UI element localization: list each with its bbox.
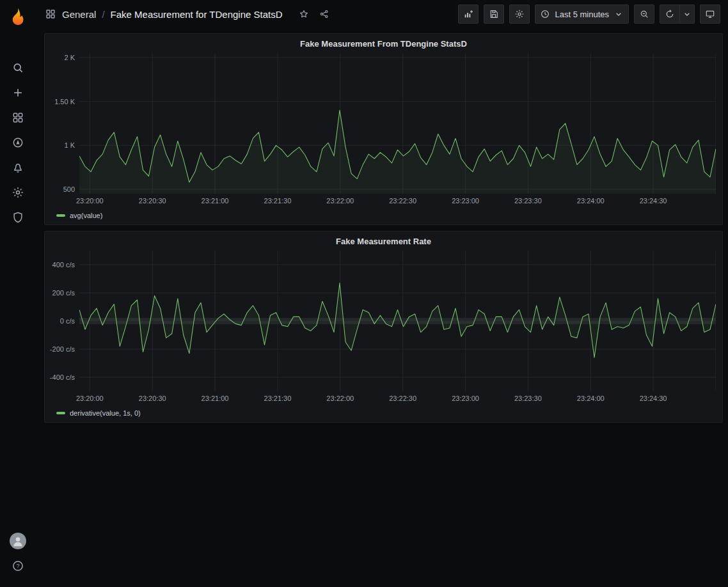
star-dashboard-button[interactable] bbox=[295, 5, 313, 23]
y-tick-label: 200 c/s bbox=[52, 289, 75, 297]
apps-grid-icon bbox=[12, 111, 24, 124]
star-icon bbox=[299, 9, 309, 19]
apps-grid-icon bbox=[45, 8, 56, 20]
refresh-split-button bbox=[660, 4, 695, 24]
x-tick-label: 23:20:00 bbox=[76, 395, 104, 402]
x-tick-label: 23:21:30 bbox=[264, 197, 292, 205]
x-tick-label: 23:24:30 bbox=[640, 197, 667, 205]
x-tick-label: 23:22:00 bbox=[326, 395, 354, 402]
share-dashboard-button[interactable] bbox=[315, 5, 333, 23]
chevron-down-icon bbox=[613, 9, 624, 19]
sidebar-item-server-admin[interactable] bbox=[0, 205, 35, 230]
y-tick-label: -200 c/s bbox=[50, 345, 75, 353]
grafana-flame-icon bbox=[7, 6, 29, 28]
x-tick-label: 23:22:30 bbox=[389, 197, 416, 205]
y-tick-label: 0 c/s bbox=[60, 317, 75, 325]
y-tick-label: 500 bbox=[63, 185, 75, 193]
person-icon bbox=[12, 535, 24, 547]
grafana-logo[interactable] bbox=[7, 6, 29, 28]
main-column: General / Fake Measurement for TDengine … bbox=[35, 0, 728, 587]
x-tick-label: 23:21:30 bbox=[264, 395, 292, 402]
x-axis: 23:20:0023:20:3023:21:0023:21:3023:22:00… bbox=[79, 194, 716, 208]
gear-icon bbox=[514, 9, 525, 19]
x-tick-label: 23:22:00 bbox=[326, 197, 354, 205]
time-series-chart: -400 c/s-200 c/s0 c/s200 c/s400 c/s 23:2… bbox=[51, 251, 716, 405]
save-icon bbox=[489, 9, 499, 19]
zoom-out-button[interactable] bbox=[634, 4, 654, 24]
svg-text:?: ? bbox=[16, 563, 19, 569]
panel-fake-measurement: Fake Measurement From TDengine StatsD 50… bbox=[44, 33, 723, 225]
sidebar-item-search[interactable] bbox=[0, 55, 35, 80]
legend-item[interactable]: derivative(value, 1s, 0) bbox=[56, 409, 141, 417]
x-tick-label: 23:21:00 bbox=[202, 395, 229, 402]
sidebar: ? bbox=[0, 0, 35, 587]
series-color-swatch bbox=[56, 214, 65, 217]
search-icon bbox=[12, 61, 24, 74]
x-axis: 23:20:0023:20:3023:21:0023:21:3023:22:00… bbox=[79, 391, 716, 405]
refresh-icon bbox=[665, 9, 675, 19]
breadcrumb-separator: / bbox=[102, 9, 104, 20]
user-avatar bbox=[10, 533, 26, 549]
x-tick-label: 23:20:30 bbox=[139, 197, 166, 205]
app-root: ? General / Fake Measurement for TDengin… bbox=[0, 0, 728, 587]
legend-item[interactable]: avg(value) bbox=[56, 212, 102, 219]
dashboard-settings-button[interactable] bbox=[509, 4, 530, 24]
top-nav: General / Fake Measurement for TDengine … bbox=[35, 0, 728, 28]
shield-icon bbox=[12, 211, 24, 224]
share-alt-icon bbox=[319, 9, 329, 19]
sidebar-item-create[interactable] bbox=[0, 80, 35, 105]
panel-title[interactable]: Fake Measurement From TDengine StatsD bbox=[51, 34, 716, 53]
sidebar-item-explore[interactable] bbox=[0, 130, 35, 155]
series-color-swatch bbox=[56, 412, 65, 414]
time-range-picker[interactable]: Last 5 minutes bbox=[535, 4, 629, 24]
plot-area[interactable] bbox=[79, 251, 716, 391]
x-tick-label: 23:20:30 bbox=[139, 395, 166, 402]
gear-icon bbox=[12, 186, 24, 199]
sidebar-item-configuration[interactable] bbox=[0, 180, 35, 205]
add-panel-button[interactable] bbox=[458, 4, 479, 24]
x-tick-label: 23:23:30 bbox=[514, 395, 542, 402]
breadcrumb: General / Fake Measurement for TDengine … bbox=[45, 5, 333, 23]
x-tick-label: 23:23:00 bbox=[452, 395, 479, 402]
plot-area[interactable] bbox=[79, 53, 716, 194]
sidebar-item-dashboards[interactable] bbox=[0, 105, 35, 130]
x-tick-label: 23:22:30 bbox=[389, 395, 416, 402]
time-range-label: Last 5 minutes bbox=[555, 10, 609, 19]
x-tick-label: 23:24:00 bbox=[577, 395, 605, 402]
x-tick-label: 23:24:00 bbox=[577, 197, 605, 205]
save-dashboard-button[interactable] bbox=[484, 4, 504, 24]
panel-title[interactable]: Fake Measurement Rate bbox=[51, 231, 716, 251]
y-tick-label: 400 c/s bbox=[52, 261, 75, 269]
refresh-button[interactable] bbox=[660, 4, 680, 24]
x-tick-label: 23:23:30 bbox=[514, 197, 542, 205]
chevron-down-icon bbox=[682, 9, 692, 19]
y-tick-label: 2 K bbox=[64, 54, 75, 61]
legend-label: derivative(value, 1s, 0) bbox=[70, 409, 141, 417]
help-circle-icon: ? bbox=[12, 560, 24, 572]
x-tick-label: 23:24:30 bbox=[640, 395, 667, 402]
refresh-interval-button[interactable] bbox=[680, 4, 695, 24]
legend: avg(value) bbox=[51, 208, 716, 223]
kiosk-mode-button[interactable] bbox=[700, 4, 720, 24]
x-tick-label: 23:23:00 bbox=[452, 197, 479, 205]
dashboard-title[interactable]: Fake Measurement for TDengine StatsD bbox=[111, 9, 283, 20]
breadcrumb-folder[interactable]: General bbox=[62, 9, 96, 20]
sidebar-item-alerting[interactable] bbox=[0, 155, 35, 180]
nav-actions: Last 5 minutes bbox=[458, 4, 720, 24]
legend: derivative(value, 1s, 0) bbox=[51, 405, 716, 421]
sidebar-item-help[interactable]: ? bbox=[0, 553, 35, 578]
x-tick-label: 23:21:00 bbox=[202, 197, 229, 205]
legend-label: avg(value) bbox=[70, 212, 102, 219]
dashboard-grid: Fake Measurement From TDengine StatsD 50… bbox=[35, 28, 728, 587]
plus-icon bbox=[12, 86, 24, 99]
y-tick-label: 1 K bbox=[64, 141, 75, 149]
x-tick-label: 23:20:00 bbox=[76, 197, 104, 205]
sidebar-item-profile[interactable] bbox=[0, 528, 35, 553]
y-axis: 5001 K1.50 K2 K bbox=[51, 53, 79, 194]
clock-icon bbox=[540, 9, 550, 19]
monitor-icon bbox=[705, 9, 715, 19]
y-tick-label: -400 c/s bbox=[50, 373, 75, 381]
bell-icon bbox=[12, 161, 24, 174]
title-actions bbox=[295, 5, 333, 23]
time-series-chart: 5001 K1.50 K2 K 23:20:0023:20:3023:21:00… bbox=[51, 53, 716, 208]
